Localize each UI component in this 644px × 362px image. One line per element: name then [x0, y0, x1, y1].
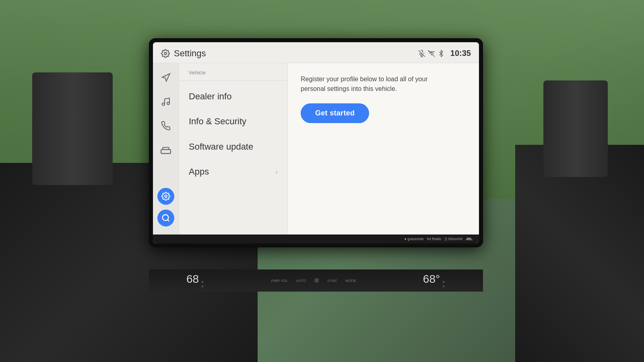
menu-divider [179, 80, 287, 81]
mode-label: MODE [345, 279, 356, 283]
right-panel: Register your profile below to load all … [288, 63, 479, 234]
temp-up-left[interactable]: ▲ [200, 279, 204, 284]
menu-item-info-security[interactable]: Info & Security [179, 109, 287, 134]
temp-up-right[interactable]: ▲ [442, 279, 446, 284]
clock-display: 10:35 [450, 49, 471, 58]
climate-controls-center: PWR VOL AUTO ✼ SYNC MODE [271, 277, 356, 284]
svg-point-8 [167, 102, 169, 105]
settings-title-area: Settings [161, 48, 418, 59]
svg-point-7 [162, 103, 165, 105]
infotainment-screen: Settings [149, 38, 483, 247]
svg-point-12 [165, 195, 167, 197]
svg-point-11 [167, 153, 168, 154]
svg-point-0 [164, 52, 167, 55]
nav-icons-top [159, 71, 172, 156]
signal-icon [428, 50, 435, 57]
bg-dash-right [515, 145, 644, 362]
menu-item-dealer-info[interactable]: Dealer info [179, 84, 287, 109]
sync-label: SYNC [327, 279, 337, 283]
temp-left: 68 [186, 273, 199, 286]
svg-marker-6 [162, 74, 170, 81]
profile-description: Register your profile below to load all … [301, 74, 438, 94]
sidebar-item-settings-active[interactable] [157, 188, 174, 205]
temp-down-right[interactable]: ▼ [442, 284, 446, 289]
settings-menu: Vehicle Dealer info Info & Security Soft… [179, 63, 288, 234]
search-fab[interactable] [157, 210, 174, 226]
bottom-brand-bar: ● gracenote hd Radio )) SiriusXM JBL [153, 234, 479, 243]
status-icons [418, 50, 445, 57]
sidebar-item-navigation[interactable] [159, 71, 172, 84]
nav-icons-bottom [157, 188, 174, 226]
pwr-vol-label: PWR VOL [271, 279, 288, 283]
svg-point-13 [163, 215, 169, 221]
screen-content: Settings [153, 42, 479, 243]
climate-right-temp-area: 68° ▲ ▼ [423, 273, 446, 289]
top-bar: Settings [153, 42, 479, 63]
menu-item-apps[interactable]: Apps › [179, 159, 287, 184]
settings-title: Settings [174, 48, 206, 59]
mute-icon [418, 50, 425, 57]
main-content: Vehicle Dealer info Info & Security Soft… [153, 63, 479, 234]
gear-icon [161, 49, 170, 58]
bg-vent-right [543, 80, 608, 177]
get-started-button[interactable]: Get started [301, 103, 369, 123]
bg-vent-left [32, 72, 113, 185]
svg-line-5 [428, 50, 435, 57]
temp-down-left[interactable]: ▼ [200, 284, 204, 289]
menu-category: Vehicle [179, 70, 287, 79]
chevron-right-icon: › [276, 168, 278, 176]
sidebar-item-music[interactable] [159, 95, 172, 108]
svg-point-10 [163, 153, 164, 154]
menu-item-software-update[interactable]: Software update [179, 134, 287, 159]
fan-icon: ✼ [314, 277, 319, 284]
sidebar-nav [153, 63, 179, 234]
svg-line-14 [167, 220, 169, 221]
sidebar-item-phone[interactable] [159, 119, 172, 132]
auto-label: AUTO [296, 279, 306, 283]
brand-logos: ● gracenote hd Radio )) SiriusXM JBL [404, 237, 473, 241]
sidebar-item-vehicle[interactable] [159, 144, 172, 156]
temp-right: 68° [423, 273, 440, 286]
svg-rect-9 [161, 150, 171, 154]
climate-control-bar: 68 ▲ ▼ PWR VOL AUTO ✼ SYNC MODE 68° ▲ ▼ [149, 269, 483, 292]
climate-left-temp-area: 68 ▲ ▼ [186, 273, 204, 289]
bluetooth-icon [438, 50, 445, 57]
status-bar: 10:35 [418, 49, 471, 58]
